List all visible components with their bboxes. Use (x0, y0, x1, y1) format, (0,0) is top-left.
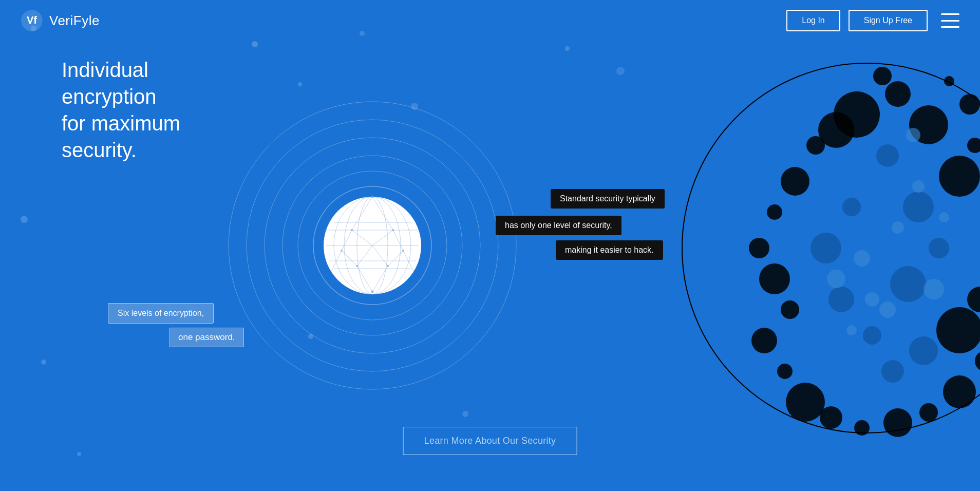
svg-point-55 (936, 307, 980, 353)
svg-point-57 (943, 375, 976, 408)
svg-point-38 (371, 291, 374, 293)
particle-12 (77, 452, 81, 456)
six-levels-text: Six levels of encryption, (118, 309, 204, 317)
svg-point-41 (885, 81, 911, 107)
svg-point-31 (371, 196, 374, 198)
standard-security-label: Standard security typically (551, 189, 665, 209)
svg-point-36 (356, 265, 358, 267)
hamburger-line-2 (941, 20, 959, 22)
svg-point-91 (906, 128, 920, 142)
particle-4 (411, 103, 418, 110)
bubble-svg (610, 53, 980, 438)
logo-text: VeriFyle (49, 13, 100, 29)
hamburger-menu-button[interactable] (941, 13, 959, 28)
hamburger-line-3 (941, 26, 959, 28)
hero-line-4: security. (62, 139, 137, 161)
navbar: Vf VeriFyle Log In Sign Up Free (0, 0, 980, 41)
particle-2 (298, 82, 302, 86)
svg-text:Vf: Vf (27, 14, 37, 26)
svg-point-54 (967, 287, 980, 312)
signup-button[interactable]: Sign Up Free (849, 10, 928, 31)
particle-11 (462, 411, 468, 417)
svg-point-50 (939, 156, 980, 197)
svg-point-82 (854, 250, 870, 267)
one-password-label: one password. (169, 328, 244, 347)
svg-point-77 (828, 287, 854, 312)
hamburger-line-1 (941, 13, 959, 15)
logo-area: Vf VeriFyle (21, 9, 100, 32)
hero-line-2: encryption (62, 85, 157, 108)
svg-point-71 (818, 112, 854, 148)
svg-point-64 (751, 328, 777, 353)
svg-point-73 (876, 144, 899, 167)
svg-point-58 (919, 403, 938, 422)
hero-heading: Individual encryption for maximum securi… (62, 56, 180, 163)
circles-svg (218, 91, 526, 400)
svg-point-86 (827, 270, 845, 288)
verifyle-logo-icon: Vf (21, 9, 43, 32)
svg-point-84 (924, 279, 944, 299)
svg-point-87 (846, 325, 857, 335)
svg-point-56 (975, 351, 980, 371)
svg-point-75 (890, 266, 926, 302)
login-button[interactable]: Log In (786, 10, 840, 31)
svg-point-79 (842, 198, 861, 216)
svg-point-33 (392, 229, 394, 231)
making-easier-text: making it easier to hack. (565, 245, 654, 254)
svg-point-35 (402, 250, 404, 252)
svg-point-85 (865, 292, 879, 307)
svg-point-68 (767, 204, 782, 220)
svg-point-74 (929, 238, 949, 258)
svg-point-43 (959, 94, 980, 115)
learn-more-button[interactable]: Learn More About Our Security (403, 427, 577, 455)
particle-8 (21, 216, 28, 223)
concentric-circles (218, 91, 526, 400)
six-levels-label: Six levels of encryption, (108, 303, 214, 324)
svg-point-45 (944, 76, 954, 86)
svg-point-62 (786, 383, 825, 422)
particle-1 (252, 41, 258, 47)
making-easier-label: making it easier to hack. (556, 240, 663, 260)
one-password-text: one password. (178, 332, 235, 342)
svg-point-89 (912, 180, 925, 193)
svg-point-72 (903, 192, 934, 222)
bubble-visualization (610, 53, 980, 438)
svg-point-67 (749, 238, 769, 258)
svg-point-66 (759, 263, 790, 294)
svg-point-49 (967, 138, 980, 153)
particle-10 (308, 334, 313, 339)
svg-point-60 (854, 420, 870, 436)
svg-point-80 (881, 360, 904, 383)
hero-line-3: for maximum (62, 112, 180, 135)
particle-6 (616, 67, 625, 75)
svg-point-65 (781, 300, 799, 319)
standard-security-text: Standard security typically (560, 194, 655, 203)
svg-point-34 (341, 250, 343, 252)
hero-line-1: Individual (62, 59, 148, 81)
svg-point-46 (873, 67, 892, 85)
svg-point-78 (811, 233, 841, 263)
svg-point-88 (879, 301, 896, 318)
particle-9 (41, 360, 46, 365)
svg-point-76 (863, 326, 881, 345)
has-only-label: has only one level of security, (496, 216, 621, 235)
nav-right: Log In Sign Up Free (786, 10, 959, 31)
svg-point-69 (781, 167, 809, 196)
svg-point-63 (777, 364, 793, 379)
svg-point-81 (909, 336, 938, 365)
svg-point-83 (892, 221, 904, 234)
svg-point-59 (883, 408, 912, 437)
particle-5 (565, 46, 570, 51)
svg-point-37 (387, 265, 389, 267)
has-only-text: has only one level of security, (505, 221, 612, 230)
svg-point-32 (351, 229, 353, 231)
svg-point-90 (939, 212, 949, 222)
